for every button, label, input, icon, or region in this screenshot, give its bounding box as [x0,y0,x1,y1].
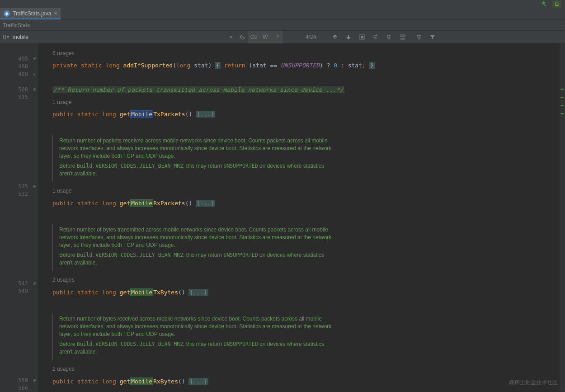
tool-icon[interactable] [540,0,547,8]
breadcrumb-item[interactable]: TrafficStats [3,22,30,28]
find-options: Cc W .* [248,31,283,43]
usage-label[interactable]: 2 usages [52,274,565,286]
find-nav [330,32,438,43]
fold-placeholder[interactable]: {...} [188,378,208,385]
line-number [0,226,38,233]
editor-area: 495⊞498499⊞508⊞515525⊞532542⊞549559⊞566 … [0,43,565,392]
fold-toggle-icon[interactable]: ⊞ [33,281,36,286]
line-number: 495⊞ [0,55,38,62]
doc-comment: Return number of packets received across… [52,135,333,182]
filter-icon[interactable] [427,32,438,43]
svg-rect-3 [361,36,363,38]
code-line[interactable] [52,387,565,392]
breadcrumb[interactable]: TrafficStats [0,20,565,31]
line-number: 515 [0,93,38,101]
line-number [0,345,38,353]
remove-selection-icon[interactable] [384,32,395,43]
fold-placeholder[interactable]: {...} [188,289,208,296]
fold-toggle-icon[interactable]: ⊞ [33,71,36,76]
fold-placeholder[interactable]: {...} [196,111,215,118]
line-number: 508⊞ [0,85,38,93]
line-number [0,353,38,361]
line-number [0,167,38,175]
code-line[interactable]: public static long getMobileTxPackets() … [52,108,565,120]
line-number [0,361,38,369]
line-number: 542⊞ [0,279,38,287]
code-line[interactable] [52,209,565,222]
java-file-icon: ◉ [4,10,10,17]
svg-point-0 [556,3,556,3]
next-match-icon[interactable] [343,32,354,43]
line-number [0,322,38,330]
more-options-icon[interactable] [414,32,424,43]
line-number [0,160,38,167]
gutter: 495⊞498499⊞508⊞515525⊞532542⊞549559⊞566 [0,43,38,392]
usage-label[interactable]: 1 usage [52,96,565,108]
find-input-area: Q▾ × [0,31,248,43]
line-number: 532 [0,190,38,198]
usage-label[interactable]: 6 usages [52,47,565,59]
doc-comment: Return number of bytes transmitted acros… [52,224,333,271]
code-line[interactable] [52,71,565,84]
line-number [0,78,38,85]
find-input[interactable] [13,34,224,40]
line-number [0,272,38,279]
line-number [0,175,38,183]
search-match-current: Mobile [130,110,153,118]
code-line[interactable]: public static long getMobileRxBytes() {.… [52,375,565,387]
line-number [0,241,38,249]
select-all-occurrences-icon[interactable] [397,32,408,43]
code-line[interactable] [52,120,565,132]
close-tab-icon[interactable]: × [54,10,57,17]
code-line[interactable]: public static long getMobileRxPackets() … [52,197,565,209]
history-icon[interactable] [238,32,248,42]
svg-rect-4 [400,35,402,37]
editor-tabs: ◉ TrafficStats.java × [0,8,565,20]
scrollbar[interactable] [560,43,565,392]
match-case-toggle[interactable]: Cc [248,31,259,43]
fold-placeholder[interactable]: {...} [196,200,215,207]
line-number: 498 [0,62,38,70]
file-tab[interactable]: ◉ TrafficStats.java × [0,8,61,19]
fold-toggle-icon[interactable]: ⊞ [33,87,36,92]
find-result-count: 4/24 [283,34,330,40]
regex-toggle[interactable]: .* [271,31,283,43]
line-number [0,249,38,256]
code-line[interactable]: public static long getMobileTxBytes() {.… [52,286,565,298]
line-number [0,233,38,241]
search-icon: Q▾ [3,33,10,40]
line-number [0,144,38,151]
usage-label[interactable]: 1 usage [52,185,565,197]
prev-match-icon[interactable] [330,32,340,43]
line-number [0,369,38,377]
android-icon[interactable] [552,0,561,8]
add-selection-icon[interactable] [370,32,381,43]
search-match: Mobile [130,378,153,385]
svg-point-1 [557,3,558,3]
code-line[interactable] [52,298,565,311]
fold-toggle-icon[interactable]: ⊞ [33,56,36,61]
watermark: @稀土掘金技术社区 [509,379,558,387]
line-number: 566 [0,384,38,392]
code-line[interactable]: private static long addIfSupported(long … [52,59,565,71]
line-number [0,338,38,345]
title-bar [0,0,565,8]
line-number [0,330,38,338]
line-number [0,264,38,272]
fold-toggle-icon[interactable]: ⊞ [33,184,36,189]
code-area[interactable]: 6 usages private static long addIfSuppor… [38,43,565,392]
line-number [0,136,38,144]
words-toggle[interactable]: W [259,31,271,43]
find-bar: Q▾ × Cc W .* 4/24 [0,31,565,43]
line-number: 499⊞ [0,70,38,78]
fold-toggle-icon[interactable]: ⊞ [33,378,36,383]
doc-comment: Return number of bytes received across m… [52,313,333,360]
code-line[interactable]: /** Return number of packets transmitted… [52,84,565,96]
line-number [0,47,38,55]
select-all-icon[interactable] [357,32,367,43]
line-number [0,128,38,136]
clear-search-icon[interactable]: × [226,32,236,42]
line-number: 525⊞ [0,183,38,190]
usage-label[interactable]: 2 usages [52,363,565,375]
line-number [0,256,38,264]
